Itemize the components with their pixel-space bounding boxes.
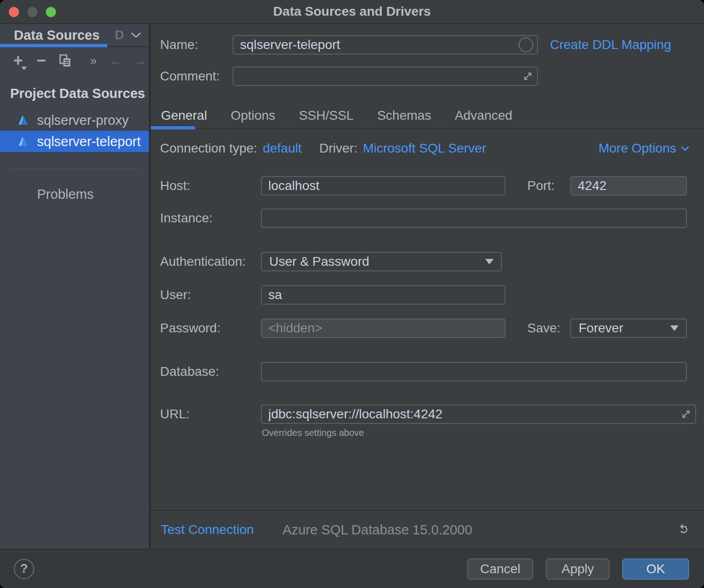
caret-down-icon [670, 325, 679, 331]
name-label: Name: [160, 37, 233, 52]
chevron-down-icon[interactable] [130, 32, 142, 38]
save-value: Forever [579, 321, 623, 336]
expand-icon[interactable] [680, 409, 692, 420]
azure-sql-icon [17, 114, 29, 127]
remove-data-source-button[interactable]: − [33, 52, 49, 69]
show-more-actions-icon[interactable]: » [85, 52, 101, 69]
forward-arrow-icon[interactable]: → [131, 52, 147, 69]
close-window-button[interactable] [9, 7, 19, 17]
port-input[interactable] [570, 176, 687, 196]
driver-link[interactable]: Microsoft SQL Server [363, 141, 487, 156]
minimize-window-button[interactable] [27, 7, 37, 17]
window-title: Data Sources and Drivers [273, 4, 431, 19]
list-item-label: sqlserver-teleport [37, 134, 141, 149]
authentication-label: Authentication: [160, 254, 261, 269]
database-input[interactable] [261, 362, 687, 381]
add-data-source-button[interactable]: + [10, 52, 26, 69]
list-item-sqlserver-proxy[interactable]: sqlserver-proxy [0, 110, 149, 131]
authentication-value: User & Password [269, 254, 369, 269]
host-label: Host: [160, 178, 261, 193]
database-label: Database: [160, 364, 261, 379]
azure-sql-icon [17, 135, 29, 148]
user-input[interactable] [261, 285, 506, 305]
tab-options[interactable]: Options [231, 108, 276, 126]
sidebar-divider [9, 169, 140, 169]
tab-ssh-ssl[interactable]: SSH/SSL [299, 108, 353, 126]
data-sources-dialog: Data Sources and Drivers Data Sources D … [0, 0, 704, 588]
expand-icon[interactable] [522, 71, 533, 82]
connection-type-row: Connection type: default Driver: Microso… [151, 141, 704, 155]
sidebar-toolbar: + − » ← → [0, 47, 149, 74]
sidebar-tabs-header: Data Sources D [0, 24, 149, 47]
url-label: URL: [160, 407, 261, 422]
port-label: Port: [527, 178, 570, 193]
name-row: Name: Create DDL Mapping [151, 35, 704, 55]
driver-label: Driver: [319, 141, 357, 156]
caret-down-icon [485, 259, 494, 264]
list-item-label: sqlserver-proxy [37, 113, 129, 128]
revert-icon[interactable] [676, 523, 690, 537]
test-connection-link[interactable]: Test Connection [161, 522, 254, 537]
user-row: User: [151, 285, 704, 305]
settings-tabs: General Options SSH/SSL Schemas Advanced [151, 100, 704, 129]
add-dropdown-caret-icon [21, 67, 27, 70]
comment-input[interactable] [233, 67, 538, 86]
help-button[interactable]: ? [14, 559, 34, 579]
user-label: User: [160, 288, 261, 302]
comment-label: Comment: [160, 69, 233, 84]
zoom-window-button[interactable] [46, 7, 56, 17]
data-source-list: sqlserver-proxy sqlserver-teleport [0, 110, 149, 152]
title-bar: Data Sources and Drivers [0, 0, 704, 24]
active-tab-underline [151, 126, 195, 129]
url-hint: Overrides settings above [262, 428, 704, 438]
host-row: Host: Port: [151, 176, 704, 196]
save-label: Save: [527, 321, 570, 336]
name-input[interactable] [233, 35, 538, 55]
instance-label: Instance: [160, 211, 261, 226]
test-connection-row: Test Connection Azure SQL Database 15.0.… [151, 510, 704, 549]
active-tab-underline [0, 44, 107, 47]
problems-item[interactable]: Problems [37, 187, 149, 202]
cancel-button[interactable]: Cancel [467, 558, 533, 580]
connection-type-link[interactable]: default [263, 141, 302, 156]
ok-button[interactable]: OK [622, 558, 689, 580]
host-input[interactable] [261, 176, 506, 196]
name-progress-circle-icon [519, 37, 533, 52]
more-options-label: More Options [599, 141, 676, 156]
comment-row: Comment: [151, 67, 704, 86]
password-row: Password: Save: Forever [151, 318, 704, 338]
dialog-footer: ? Cancel Apply OK [0, 549, 704, 588]
tab-drivers-partial[interactable]: D [115, 28, 124, 43]
tab-data-sources[interactable]: Data Sources [14, 28, 99, 43]
url-row: URL: [151, 404, 704, 424]
connection-type-label: Connection type: [160, 141, 257, 156]
instance-input[interactable] [261, 208, 687, 228]
instance-row: Instance: [151, 208, 704, 228]
server-version-text: Azure SQL Database 15.0.2000 [283, 522, 472, 538]
back-arrow-icon[interactable]: ← [108, 52, 124, 69]
duplicate-icon[interactable] [57, 52, 73, 69]
password-label: Password: [160, 321, 261, 336]
save-select[interactable]: Forever [570, 318, 687, 338]
url-input[interactable] [261, 404, 696, 424]
database-row: Database: [151, 362, 704, 381]
sidebar: Data Sources D + − [0, 24, 151, 549]
project-data-sources-header: Project Data Sources [10, 86, 149, 101]
authentication-select[interactable]: User & Password [261, 252, 502, 271]
connection-settings-panel: Name: Create DDL Mapping Comment: [151, 24, 704, 549]
authentication-row: Authentication: User & Password [151, 252, 704, 271]
list-item-sqlserver-teleport[interactable]: sqlserver-teleport [0, 131, 149, 152]
apply-button[interactable]: Apply [546, 558, 610, 580]
tab-schemas[interactable]: Schemas [377, 108, 431, 126]
tab-general[interactable]: General [161, 108, 207, 126]
window-controls [9, 7, 56, 17]
tab-advanced[interactable]: Advanced [455, 108, 513, 126]
password-input[interactable] [261, 318, 506, 338]
more-options-link[interactable]: More Options [599, 141, 689, 156]
chevron-down-icon [681, 146, 689, 151]
create-ddl-mapping-link[interactable]: Create DDL Mapping [550, 37, 671, 52]
